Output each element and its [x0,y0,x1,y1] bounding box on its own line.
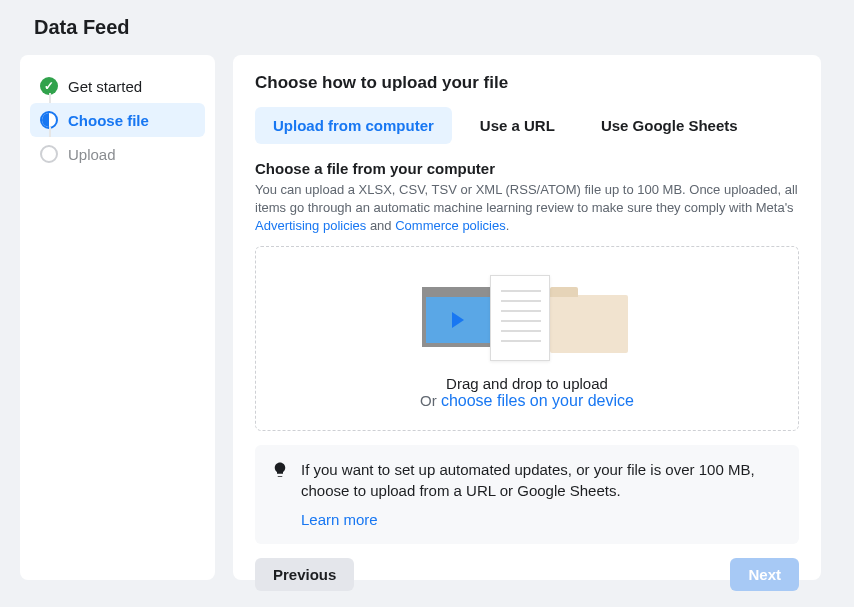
learn-more-link[interactable]: Learn more [301,509,783,530]
drag-text: Drag and drop to upload [256,375,798,392]
commerce-policies-link[interactable]: Commerce policies [395,218,506,233]
main-title: Choose how to upload your file [255,73,799,93]
step-upload[interactable]: Upload [30,137,205,171]
footer: Previous Next [255,544,799,591]
choose-files-link[interactable]: choose files on your device [441,392,634,409]
or-text: Or [420,392,441,409]
previous-button[interactable]: Previous [255,558,354,591]
next-button[interactable]: Next [730,558,799,591]
tab-use-url[interactable]: Use a URL [462,107,573,144]
advertising-policies-link[interactable]: Advertising policies [255,218,366,233]
step-choose-file[interactable]: Choose file [30,103,205,137]
sidebar: Get started Choose file Upload [20,55,215,580]
upload-illustration [422,271,632,361]
page-title: Data Feed [34,16,834,39]
step-label: Choose file [68,112,149,129]
help-text: You can upload a XLSX, CSV, TSV or XML (… [255,181,799,236]
video-icon [422,287,494,347]
file-dropzone[interactable]: Drag and drop to upload Or choose files … [255,246,799,431]
tab-google-sheets[interactable]: Use Google Sheets [583,107,756,144]
main-panel: Choose how to upload your file Upload fr… [233,55,821,580]
document-icon [490,275,550,361]
tip-text: If you want to set up automated updates,… [301,461,755,499]
tab-upload-computer[interactable]: Upload from computer [255,107,452,144]
step-label: Upload [68,146,116,163]
folder-icon [550,295,628,353]
tip-box: If you want to set up automated updates,… [255,445,799,544]
step-get-started[interactable]: Get started [30,69,205,103]
upload-tabs: Upload from computer Use a URL Use Googl… [255,107,799,144]
lightbulb-icon [271,461,289,479]
step-label: Get started [68,78,142,95]
empty-circle-icon [40,145,58,163]
section-subhead: Choose a file from your computer [255,160,799,177]
